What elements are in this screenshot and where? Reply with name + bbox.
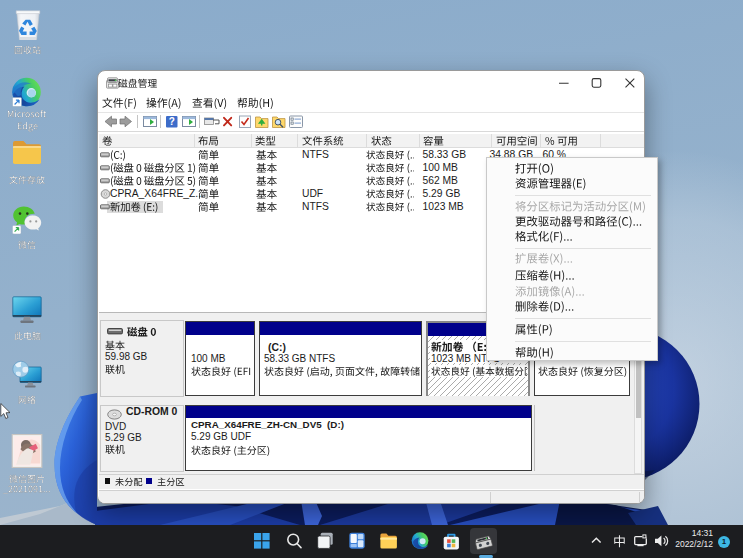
svg-text:?: ?: [169, 116, 175, 127]
